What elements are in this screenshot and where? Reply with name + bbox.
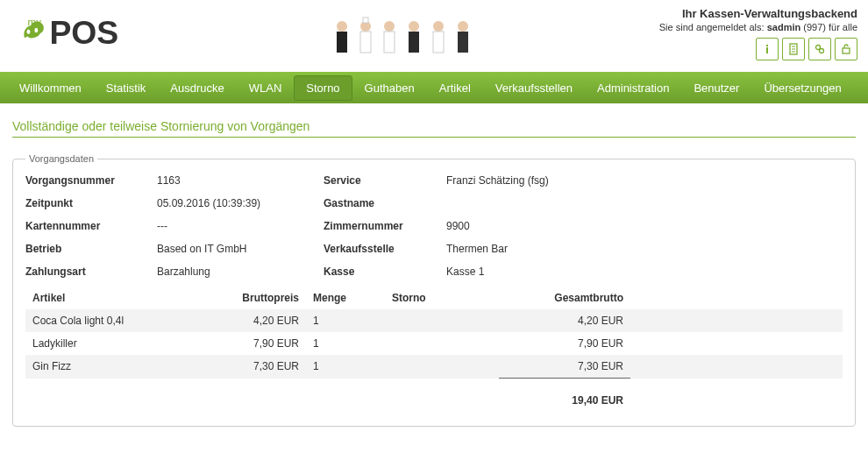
col-menge: Menge [306, 287, 385, 309]
cell-bruttopreis: 7,30 EUR [192, 355, 306, 379]
cell-bruttopreis: 7,90 EUR [192, 332, 306, 355]
logo: my POS [11, 7, 151, 60]
label-zimmernummer: Zimmernummer [324, 220, 438, 232]
backend-title: Ihr Kassen-Verwaltungsbackend [659, 7, 857, 20]
label-verkaufsstelle: Verkaufsstelle [324, 243, 438, 255]
cell-artikel: Gin Fizz [25, 355, 192, 379]
svg-rect-18 [766, 45, 768, 46]
fieldset-legend: Vorgangsdaten [25, 153, 97, 164]
label-service: Service [324, 174, 438, 187]
value-verkaufsstelle: Thermen Bar [446, 243, 622, 255]
total-value: 19,40 EUR [499, 389, 630, 412]
info-icon[interactable] [756, 38, 779, 60]
svg-rect-7 [360, 32, 371, 53]
svg-rect-10 [384, 32, 395, 53]
cell-artikel: Ladykiller [25, 332, 192, 355]
svg-rect-16 [458, 32, 468, 53]
table-row: Gin Fizz7,30 EUR17,30 EUR [25, 355, 843, 379]
cell-storno [385, 332, 499, 355]
vorgangsdaten-fieldset: Vorgangsdaten Vorgangsnummer 1163 Servic… [12, 153, 856, 427]
settings-icon[interactable] [808, 38, 831, 60]
cell-menge: 1 [306, 309, 385, 332]
document-icon[interactable] [782, 38, 805, 60]
label-kasse: Kasse [324, 265, 438, 278]
table-row: Coca Cola light 0,4l4,20 EUR14,20 EUR [25, 309, 843, 332]
nav-artikel[interactable]: Artikel [427, 74, 483, 102]
cell-storno [385, 309, 499, 332]
nav-übersetzungen[interactable]: Übersetzungen [751, 74, 853, 102]
svg-point-13 [433, 21, 444, 32]
svg-point-9 [384, 21, 395, 32]
value-zimmernummer: 9900 [446, 220, 622, 232]
svg-point-24 [820, 49, 824, 53]
cell-gesamtbrutto: 7,30 EUR [499, 355, 630, 379]
value-betrieb: Based on IT GmbH [157, 243, 315, 255]
cell-gesamtbrutto: 4,20 EUR [499, 309, 630, 332]
value-kartennummer: --- [157, 220, 315, 232]
value-zeitpunkt: 05.09.2016 (10:39:39) [157, 197, 315, 209]
col-storno: Storno [385, 287, 499, 309]
cell-storno [385, 355, 499, 379]
svg-text:POS: POS [49, 14, 118, 51]
svg-point-15 [458, 21, 468, 32]
col-bruttopreis: Bruttopreis [192, 287, 306, 309]
svg-point-1 [34, 28, 38, 32]
nav-statistik[interactable]: Statistik [94, 74, 159, 102]
page-title: Vollständige oder teilweise Stornierung … [12, 119, 856, 138]
svg-point-11 [409, 21, 419, 32]
nav-willkommen[interactable]: Willkommen [7, 74, 94, 102]
svg-point-0 [26, 30, 30, 34]
svg-rect-25 [843, 48, 850, 53]
nav-wlan[interactable]: WLAN [237, 74, 295, 102]
svg-point-4 [337, 21, 347, 32]
label-gastname: Gastname [324, 197, 438, 209]
nav-administration[interactable]: Administration [585, 74, 681, 102]
value-zahlungsart: Barzahlung [157, 265, 315, 278]
svg-rect-12 [409, 32, 419, 53]
nav-ausdrucke[interactable]: Ausdrucke [158, 74, 236, 102]
svg-rect-14 [433, 32, 444, 53]
nav-guthaben[interactable]: Guthaben [352, 74, 427, 102]
col-gesamtbrutto: Gesamtbrutto [499, 287, 630, 309]
cell-artikel: Coca Cola light 0,4l [25, 309, 192, 332]
label-kartennummer: Kartennummer [25, 220, 148, 232]
cell-menge: 1 [306, 332, 385, 355]
value-kasse: Kasse 1 [446, 265, 622, 278]
nav-verkaufsstellen[interactable]: Verkaufsstellen [483, 74, 585, 102]
header-illustration [151, 7, 659, 72]
unlock-icon[interactable] [835, 38, 857, 60]
nav-benutzer[interactable]: Benutzer [681, 74, 751, 102]
label-zeitpunkt: Zeitpunkt [25, 197, 148, 209]
value-vorgangsnummer: 1163 [157, 174, 315, 187]
nav-storno[interactable]: Storno [294, 75, 352, 101]
value-service: Franzi Schätzing (fsg) [446, 174, 622, 187]
main-nav: WillkommenStatistikAusdruckeWLANStornoGu… [0, 72, 868, 103]
label-betrieb: Betrieb [25, 243, 148, 255]
login-status: Sie sind angemeldet als: sadmin (997) fü… [659, 22, 857, 32]
label-vorgangsnummer: Vorgangsnummer [25, 174, 148, 187]
svg-rect-17 [766, 47, 768, 53]
col-artikel: Artikel [25, 287, 192, 309]
cell-gesamtbrutto: 7,90 EUR [499, 332, 630, 355]
cell-bruttopreis: 4,20 EUR [192, 309, 306, 332]
value-gastname [446, 197, 622, 209]
cell-menge: 1 [306, 355, 385, 379]
svg-point-23 [816, 46, 821, 50]
svg-text:my: my [28, 17, 42, 27]
svg-rect-8 [363, 18, 368, 23]
table-row: Ladykiller7,90 EUR17,90 EUR [25, 332, 843, 355]
label-zahlungsart: Zahlungsart [25, 265, 148, 278]
svg-rect-5 [337, 32, 347, 53]
